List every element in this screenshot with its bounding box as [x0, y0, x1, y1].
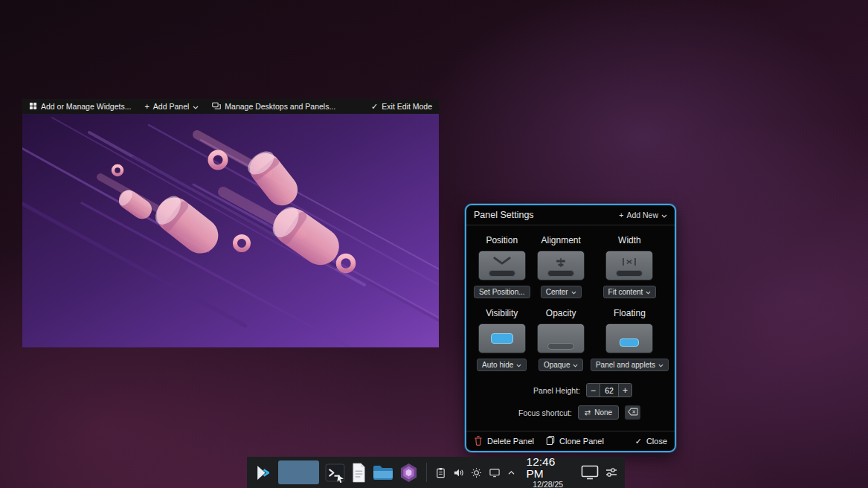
dialog-header: Panel Settings + Add New — [466, 205, 675, 225]
folder-icon — [373, 464, 393, 481]
floating-tile-button[interactable] — [605, 324, 653, 353]
floating-dropdown[interactable]: Panel and applets — [591, 359, 669, 371]
floating-label: Floating — [614, 308, 646, 318]
add-panel-button[interactable]: + Add Panel — [138, 99, 205, 114]
width-value: Fit content — [608, 288, 643, 296]
position-bottom-icon — [492, 256, 512, 267]
backspace-icon — [628, 407, 638, 418]
show-desktop-button[interactable] — [581, 465, 599, 480]
chevron-down-icon — [571, 288, 576, 296]
clock-widget[interactable]: 12:46 PM 12/28/25 — [527, 456, 570, 488]
dialog-footer: Delete Panel Clone Panel ✓ Close — [466, 431, 675, 451]
fit-width-icon — [622, 257, 637, 269]
plus-icon: + — [144, 103, 149, 111]
add-widgets-button[interactable]: Add or Manage Widgets... — [22, 99, 138, 114]
brightness-tray-button[interactable] — [471, 467, 482, 478]
visibility-dropdown[interactable]: Auto hide — [477, 359, 527, 371]
manage-desktops-button[interactable]: Manage Desktops and Panels... — [205, 99, 342, 114]
wallpaper-artwork — [22, 114, 439, 347]
alignment-group: Alignment Center — [531, 235, 590, 298]
trash-icon — [474, 435, 483, 447]
delete-panel-button[interactable]: Delete Panel — [474, 435, 534, 447]
clear-shortcut-button[interactable] — [625, 405, 640, 420]
set-position-label: Set Position... — [479, 288, 525, 296]
floating-panel-indicator — [620, 338, 639, 347]
chevron-up-icon — [507, 470, 515, 475]
focus-shortcut-button[interactable]: ⇄ None — [578, 405, 619, 420]
chevron-down-icon — [516, 361, 521, 369]
width-tile-button[interactable] — [605, 251, 653, 280]
terminal-task-button[interactable] — [325, 463, 345, 483]
width-label: Width — [618, 235, 641, 245]
plus-icon: + — [619, 211, 623, 219]
volume-tray-button[interactable] — [453, 467, 464, 478]
active-task-highlight[interactable] — [278, 460, 319, 484]
desktop-preview[interactable] — [22, 114, 439, 347]
add-widgets-label: Add or Manage Widgets... — [41, 102, 131, 111]
opacity-label: Opacity — [546, 308, 576, 318]
display-icon — [489, 467, 501, 478]
edit-mode-toolbar: Add or Manage Widgets... + Add Panel Man… — [22, 99, 439, 114]
clone-icon — [546, 435, 555, 447]
position-group: Position Set Position... — [472, 235, 531, 298]
taskbar-separator — [426, 463, 427, 482]
exit-edit-mode-label: Exit Edit Mode — [382, 102, 432, 111]
panel-height-input[interactable] — [599, 384, 619, 396]
alignment-dropdown[interactable]: Center — [541, 286, 582, 298]
panel-config-button[interactable] — [605, 466, 618, 478]
close-button[interactable]: ✓ Close — [635, 437, 667, 446]
width-dropdown[interactable]: Fit content — [603, 286, 657, 298]
opacity-group: Opacity Opaque — [531, 308, 590, 371]
hexagon-app-icon — [399, 463, 418, 483]
brightness-icon — [471, 467, 482, 478]
position-tile-button[interactable] — [478, 251, 526, 280]
manage-desktops-label: Manage Desktops and Panels... — [225, 102, 335, 111]
document-task-button[interactable] — [351, 463, 367, 483]
expand-tray-button[interactable] — [507, 470, 515, 475]
increase-height-button[interactable]: + — [619, 384, 631, 396]
system-tray — [435, 467, 515, 478]
desktop-background: Add or Manage Widgets... + Add Panel Man… — [0, 0, 868, 488]
visibility-tile-button[interactable] — [478, 324, 526, 353]
set-position-button[interactable]: Set Position... — [474, 286, 530, 298]
clipboard-tray-button[interactable] — [435, 467, 446, 478]
chevron-down-icon — [193, 102, 199, 111]
opacity-dropdown[interactable]: Opaque — [539, 359, 584, 371]
display-tray-button[interactable] — [489, 467, 501, 478]
delete-panel-label: Delete Panel — [487, 437, 534, 446]
file-manager-task-button[interactable] — [373, 464, 393, 481]
focus-shortcut-row: Focus shortcut: ⇄ None — [466, 405, 675, 420]
hexagon-app-task-button[interactable] — [399, 463, 418, 483]
monitor-icon — [581, 465, 599, 480]
sliders-icon — [605, 466, 618, 478]
panel-height-label: Panel Height: — [509, 386, 580, 395]
app-launcher-button[interactable] — [254, 463, 272, 482]
clone-panel-label: Clone Panel — [559, 437, 604, 446]
width-group: Width Fit content — [591, 235, 669, 298]
alignment-tile-button[interactable] — [537, 251, 585, 280]
add-new-button[interactable]: + Add New — [619, 211, 667, 219]
exit-edit-mode-button[interactable]: ✓ Exit Edit Mode — [364, 99, 439, 114]
clock-time: 12:46 PM — [527, 456, 570, 481]
shortcut-icon: ⇄ — [585, 408, 591, 417]
focus-shortcut-label: Focus shortcut: — [501, 408, 572, 417]
position-label: Position — [486, 235, 518, 245]
chevron-down-icon — [661, 211, 667, 219]
panel-settings-dialog: Panel Settings + Add New Position — [465, 204, 676, 452]
panel-opacity-indicator — [547, 343, 574, 350]
panel-height-spinbox: − + — [586, 383, 632, 397]
chevron-down-icon — [573, 361, 578, 369]
clone-panel-button[interactable]: Clone Panel — [546, 435, 604, 447]
check-icon: ✓ — [371, 103, 378, 111]
add-new-label: Add New — [626, 211, 658, 219]
desktops-icon — [212, 102, 221, 112]
focus-shortcut-value: None — [594, 408, 612, 417]
dialog-title: Panel Settings — [474, 210, 534, 220]
terminal-icon — [325, 463, 345, 483]
chevron-down-icon — [646, 288, 651, 296]
decrease-height-button[interactable]: − — [587, 384, 599, 396]
visibility-value: Auto hide — [482, 361, 513, 369]
opacity-tile-button[interactable] — [537, 324, 585, 353]
document-icon — [351, 463, 367, 483]
clock-date: 12/28/25 — [533, 481, 563, 488]
